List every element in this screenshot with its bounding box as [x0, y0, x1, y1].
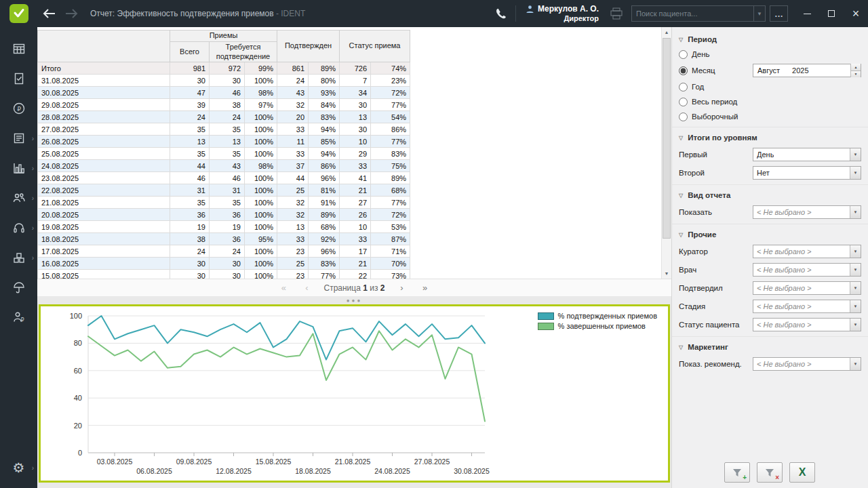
user-menu[interactable]: Меркулов А. О. Директор	[526, 4, 599, 24]
more-button[interactable]: …	[770, 5, 788, 22]
chevron-down-icon[interactable]: ▼	[850, 245, 861, 258]
table-row[interactable]: 31.08.20253030100%2480%723%	[38, 75, 410, 87]
filter-add-button[interactable]: +	[724, 462, 750, 483]
required-header: Требуется подтверждение	[210, 41, 277, 62]
scroll-up-icon[interactable]: ▲	[662, 27, 671, 37]
maximize-button[interactable]	[819, 0, 844, 27]
completed-series-swatch	[538, 323, 554, 330]
app-window: Отчет: Эффективность подтверждения прием…	[0, 0, 868, 488]
print-button[interactable]	[606, 0, 627, 27]
dropdown-referral-source[interactable]: < Не выбрано >▼	[753, 357, 861, 371]
table-row[interactable]: 25.08.20253535100%3394%2983%	[38, 148, 410, 160]
confirmed-header: Подтвержден	[277, 30, 340, 62]
svg-text:06.08.2025: 06.08.2025	[136, 467, 172, 475]
sidebar-item-insurance[interactable]	[0, 272, 37, 302]
sidebar-item-schedule[interactable]	[0, 34, 37, 64]
radio-month[interactable]: Месяц	[679, 66, 715, 75]
chart-panel[interactable]: 02040608010003.08.202506.08.202509.08.20…	[39, 304, 670, 483]
prev-page-button[interactable]: ‹	[300, 283, 313, 293]
chevron-down-icon[interactable]: ▼	[850, 206, 861, 218]
app-logo-icon[interactable]	[9, 4, 28, 23]
table-row[interactable]: 17.08.20252424100%2396%1771%	[38, 245, 410, 258]
last-page-button[interactable]: »	[419, 283, 431, 293]
table-row[interactable]: 30.08.2025474698%4393%3472%	[38, 87, 410, 99]
filter-clear-button[interactable]: ×	[757, 462, 783, 483]
dropdown-doctor[interactable]: < Не выбрано >▼	[753, 263, 861, 277]
chevron-down-icon[interactable]: ▼	[850, 319, 861, 331]
table-row[interactable]: 24.08.2025444398%3786%3375%	[38, 160, 410, 172]
warehouse-boxes-icon	[12, 251, 26, 264]
radio-custom[interactable]: Выборочный	[679, 113, 738, 121]
radio-year[interactable]: Год	[679, 83, 704, 92]
scrollbar-thumb[interactable]	[663, 38, 671, 239]
section-marketing-header[interactable]: ▽Маркетинг	[672, 339, 868, 354]
section-levels-header[interactable]: ▽Итоги по уровням	[672, 129, 868, 145]
svg-text:03.08.2025: 03.08.2025	[97, 458, 133, 466]
section-view-header[interactable]: ▽Вид отчета	[672, 187, 868, 203]
table-row[interactable]: 28.08.20252424100%2083%1354%	[38, 111, 410, 123]
splitter-handle[interactable]: ●●●	[37, 296, 671, 304]
spin-down-icon[interactable]: ▼	[851, 70, 861, 78]
radio-whole-period[interactable]: Весь период	[679, 98, 737, 106]
phone-button[interactable]	[490, 0, 513, 27]
sidebar-item-callcenter[interactable]: ›	[0, 213, 37, 243]
sidebar-item-settings[interactable]: ⚙ ›	[0, 453, 37, 483]
sidebar-item-salary[interactable]: ₽	[0, 302, 37, 332]
forward-button[interactable]	[60, 0, 83, 27]
sidebar-item-journal[interactable]: ›	[0, 123, 37, 153]
report-table-area: Приемы Подтвержден Статус приема Всего Т…	[37, 27, 671, 279]
table-row[interactable]: 16.08.20253030100%2583%2170%	[38, 258, 410, 270]
table-row[interactable]: 29.08.2025393897%3284%3077%	[38, 99, 410, 111]
next-page-button[interactable]: ›	[396, 283, 408, 293]
sidebar-item-tasks[interactable]	[0, 64, 37, 94]
section-levels: ▽Итоги по уровням Первый День▼ Второй Не…	[672, 129, 868, 185]
table-row[interactable]: 23.08.20254646100%4496%4189%	[38, 172, 410, 184]
first-page-button[interactable]: «	[277, 283, 290, 293]
table-row[interactable]: 21.08.20253535100%3291%2777%	[38, 197, 410, 209]
dropdown-stage[interactable]: < Не выбрано >▼	[753, 300, 861, 313]
sidebar-item-reports[interactable]: ›	[0, 153, 37, 183]
svg-text:09.08.2025: 09.08.2025	[176, 458, 212, 466]
arrow-left-icon	[42, 9, 56, 18]
chevron-down-icon[interactable]: ▼	[850, 282, 861, 294]
section-period-header[interactable]: ▽Период	[672, 31, 868, 47]
chevron-down-icon[interactable]: ▼	[850, 148, 861, 161]
excel-export-button[interactable]: X	[789, 462, 815, 483]
table-row[interactable]: 18.08.2025383695%3392%3387%	[38, 233, 410, 245]
patient-search[interactable]: ▼	[631, 5, 766, 22]
chevron-down-icon[interactable]: ▼	[850, 167, 861, 179]
dropdown-second-level[interactable]: Нет▼	[753, 166, 861, 180]
status-header: Статус приема	[340, 30, 410, 62]
dropdown-confirmed-by[interactable]: < Не выбрано >▼	[753, 281, 861, 295]
chevron-down-icon[interactable]: ▼	[850, 358, 861, 370]
table-row[interactable]: Итого98197299%86189%72674%	[38, 62, 410, 75]
chevron-down-icon[interactable]: ▼	[753, 6, 765, 21]
dropdown-patient-status[interactable]: < Не выбрано >▼	[753, 318, 861, 331]
minimize-button[interactable]	[795, 0, 819, 27]
close-button[interactable]: ×	[844, 0, 868, 27]
confirmed-series-swatch	[538, 312, 554, 320]
table-row[interactable]: 26.08.20251313100%1185%1077%	[38, 136, 410, 148]
sidebar-item-payments[interactable]: ₽	[0, 94, 37, 123]
radio-day[interactable]: День	[679, 50, 710, 59]
table-row[interactable]: 19.08.20251919100%1368%1053%	[38, 221, 410, 233]
dropdown-first-level[interactable]: День▼	[753, 148, 861, 161]
section-other-header[interactable]: ▽Прочие	[672, 226, 868, 242]
table-row[interactable]: 15.08.20253030100%2377%2273%	[38, 270, 410, 279]
chevron-down-icon[interactable]: ▼	[850, 300, 861, 312]
table-row[interactable]: 27.08.20253535100%3394%3086%	[38, 123, 410, 136]
patient-search-input[interactable]	[632, 9, 753, 18]
chevron-down-icon[interactable]: ▼	[850, 264, 861, 276]
scroll-down-icon[interactable]: ▼	[662, 268, 671, 279]
dropdown-curator[interactable]: < Не выбрано >▼	[753, 245, 861, 258]
table-row[interactable]: 20.08.20253636100%3289%2672%	[38, 209, 410, 221]
vertical-scrollbar[interactable]: ▲ ▼	[661, 27, 671, 279]
sidebar-item-warehouse[interactable]: ›	[0, 243, 37, 272]
dropdown-show[interactable]: < Не выбрано >▼	[753, 205, 861, 219]
month-spinner[interactable]: Август2025 ▲▼	[753, 64, 861, 77]
back-button[interactable]	[37, 0, 60, 27]
sidebar-item-patients[interactable]: ›	[0, 183, 37, 213]
table-row[interactable]: 22.08.20253131100%2581%2168%	[38, 184, 410, 197]
spin-up-icon[interactable]: ▲	[851, 64, 861, 70]
svg-text:24.08.2025: 24.08.2025	[374, 467, 410, 475]
